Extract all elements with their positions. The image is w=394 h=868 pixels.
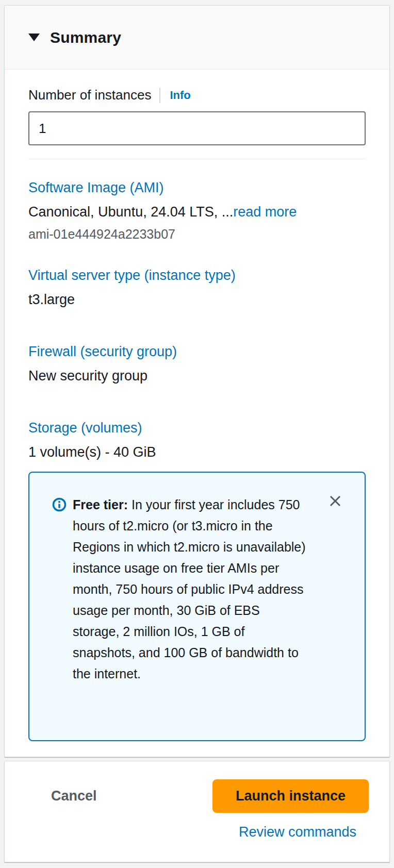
summary-content: Number of instances Info Software Image … bbox=[5, 70, 389, 741]
summary-header[interactable]: Summary bbox=[5, 6, 389, 70]
section-instance-type: Virtual server type (instance type) t3.l… bbox=[28, 268, 366, 308]
content-divider bbox=[28, 159, 366, 159]
free-tier-bold-prefix: Free tier: bbox=[73, 497, 128, 512]
cancel-button[interactable]: Cancel bbox=[51, 788, 97, 804]
security-group-value: New security group bbox=[28, 368, 366, 384]
action-footer: Cancel Launch instance Review commands bbox=[4, 761, 390, 862]
panel-title: Summary bbox=[50, 29, 121, 46]
label-divider bbox=[159, 88, 160, 103]
section-storage: Storage (volumes) 1 volume(s) - 40 GiB bbox=[28, 420, 366, 460]
instance-type-value: t3.large bbox=[28, 292, 366, 308]
read-more-link[interactable]: read more bbox=[233, 204, 297, 220]
launch-instance-button[interactable]: Launch instance bbox=[212, 779, 369, 813]
storage-value: 1 volume(s) - 40 GiB bbox=[28, 444, 366, 460]
info-link[interactable]: Info bbox=[170, 89, 190, 102]
instance-type-link[interactable]: Virtual server type (instance type) bbox=[28, 268, 236, 283]
security-group-link[interactable]: Firewall (security group) bbox=[28, 344, 177, 360]
collapse-triangle-icon bbox=[28, 34, 40, 41]
section-software-image: Software Image (AMI) Canonical, Ubuntu, … bbox=[28, 180, 366, 242]
section-security-group: Firewall (security group) New security g… bbox=[28, 344, 366, 384]
review-commands-link[interactable]: Review commands bbox=[239, 824, 356, 840]
info-circle-icon bbox=[52, 497, 67, 514]
close-icon[interactable] bbox=[327, 493, 343, 509]
free-tier-alert: Free tier: In your first year includes 7… bbox=[28, 472, 366, 741]
summary-panel: Summary Number of instances Info Softwar… bbox=[4, 5, 390, 757]
number-of-instances-row: Number of instances Info bbox=[28, 87, 366, 103]
free-tier-text: Free tier: In your first year includes 7… bbox=[73, 494, 306, 685]
ami-id: ami-01e444924a2233b07 bbox=[28, 226, 366, 242]
software-image-value: Canonical, Ubuntu, 24.04 LTS, ...read mo… bbox=[28, 204, 366, 220]
storage-link[interactable]: Storage (volumes) bbox=[28, 420, 142, 436]
number-of-instances-label: Number of instances bbox=[28, 87, 151, 103]
number-of-instances-input[interactable] bbox=[28, 111, 366, 145]
software-image-link[interactable]: Software Image (AMI) bbox=[28, 180, 164, 196]
footer-right-group: Launch instance Review commands bbox=[212, 761, 369, 840]
